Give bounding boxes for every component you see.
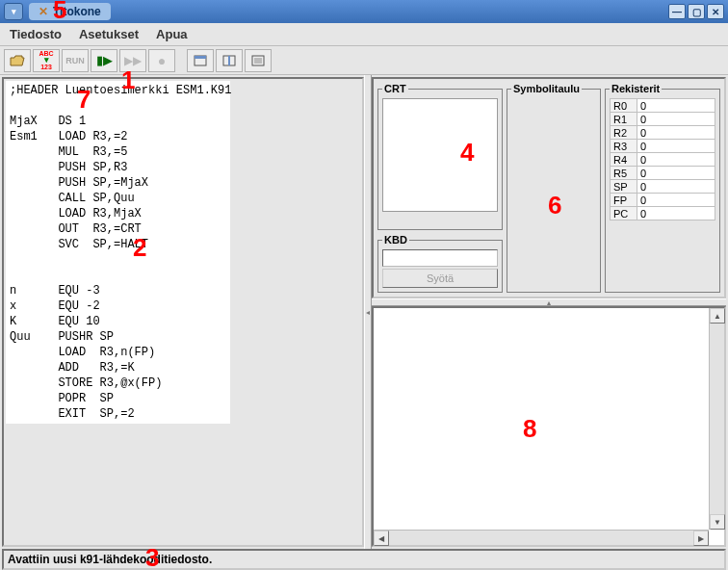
register-row: R40 bbox=[611, 153, 715, 167]
register-name: R5 bbox=[611, 167, 637, 180]
window-icon bbox=[194, 55, 207, 66]
left-pane: ;HEADER Luentoesimerkki ESM1.K91 MjaX DS… bbox=[2, 77, 364, 547]
code-area[interactable]: ;HEADER Luentoesimerkki ESM1.K91 MjaX DS… bbox=[6, 81, 230, 424]
stop-button[interactable]: ● bbox=[148, 49, 175, 72]
app-icon: ✕ bbox=[39, 5, 48, 18]
window-title-chip: ✕ Titokone bbox=[29, 3, 111, 20]
menu-settings[interactable]: Asetukset bbox=[75, 25, 143, 43]
vertical-splitter[interactable]: ◂ bbox=[364, 75, 372, 549]
register-name: R0 bbox=[611, 99, 637, 113]
kbd-submit-button[interactable]: Syötä bbox=[382, 269, 498, 288]
register-name: PC bbox=[611, 207, 637, 220]
register-row: R30 bbox=[611, 140, 715, 153]
compile-bot-label: 123 bbox=[40, 64, 52, 70]
vertical-scrollbar[interactable]: ▲ ▼ bbox=[709, 308, 724, 530]
register-name: R1 bbox=[611, 113, 637, 126]
crt-display: 4 bbox=[382, 98, 498, 212]
scroll-right-button[interactable]: ▶ bbox=[693, 531, 709, 546]
register-name: R4 bbox=[611, 153, 637, 167]
register-row: FP0 bbox=[611, 194, 715, 207]
compile-button[interactable]: ABC ▾ 123 bbox=[33, 49, 60, 72]
run-button[interactable]: RUN bbox=[62, 49, 89, 72]
symbol-table-panel: Symbolitaulu 6 bbox=[507, 83, 601, 293]
registers-legend: Rekisterit bbox=[610, 83, 662, 94]
close-button[interactable]: ✕ bbox=[707, 4, 724, 19]
right-pane: CRT 4 KBD Syötä 5 Symbolitaulu 6 Rekiste… bbox=[372, 77, 726, 547]
register-name: R3 bbox=[611, 140, 637, 153]
annotation-6: 6 bbox=[548, 191, 561, 220]
register-value: 0 bbox=[637, 167, 715, 180]
toolbar: ABC ▾ 123 RUN ▮▶ ▶▶ ● bbox=[0, 46, 728, 75]
content-area: ;HEADER Luentoesimerkki ESM1.K91 MjaX DS… bbox=[0, 75, 728, 549]
register-row: R00 bbox=[611, 99, 715, 113]
title-bar: ✕ Titokone — ▢ ✕ bbox=[0, 0, 728, 23]
register-name: SP bbox=[611, 180, 637, 194]
scroll-left-button[interactable]: ◀ bbox=[374, 531, 389, 546]
maximize-button[interactable]: ▢ bbox=[688, 4, 705, 19]
crt-panel: CRT 4 bbox=[377, 83, 503, 230]
window-title: Titokone bbox=[53, 5, 101, 18]
status-text: Avattiin uusi k91-lähdekooditiedosto. bbox=[8, 553, 212, 566]
register-value: 0 bbox=[637, 126, 715, 140]
register-value: 0 bbox=[637, 140, 715, 153]
horizontal-splitter[interactable]: ▴ bbox=[372, 298, 726, 306]
scroll-down-button[interactable]: ▼ bbox=[710, 514, 725, 530]
register-row: PC0 bbox=[611, 207, 715, 220]
status-bar: Avattiin uusi k91-lähdekooditiedosto. 3 bbox=[2, 549, 726, 570]
split-view-icon bbox=[222, 55, 236, 66]
output-panel: 8 ▲ ▼ ◀ ▶ bbox=[372, 306, 726, 547]
horizontal-scrollbar[interactable]: ◀ ▶ bbox=[374, 530, 709, 545]
crt-legend: CRT bbox=[382, 83, 408, 94]
view-split-button[interactable] bbox=[216, 49, 243, 72]
kbd-input[interactable] bbox=[382, 249, 498, 267]
continue-button[interactable]: ▮▶ bbox=[91, 49, 117, 72]
view-window-button[interactable] bbox=[187, 49, 214, 72]
right-top-panel: CRT 4 KBD Syötä 5 Symbolitaulu 6 Rekiste… bbox=[372, 77, 726, 298]
register-value: 0 bbox=[637, 207, 715, 220]
app-menu-button[interactable] bbox=[4, 3, 23, 20]
register-row: R10 bbox=[611, 113, 715, 126]
view-list-button[interactable] bbox=[245, 49, 272, 72]
menu-bar: Tiedosto Asetukset Apua bbox=[0, 23, 728, 46]
register-row: R50 bbox=[611, 167, 715, 180]
list-view-icon bbox=[251, 55, 265, 66]
register-value: 0 bbox=[637, 99, 715, 113]
registers-table: R00R10R20R30R40R50SP0FP0PC0 bbox=[610, 98, 715, 220]
open-button[interactable] bbox=[4, 49, 31, 72]
step-button[interactable]: ▶▶ bbox=[119, 49, 146, 72]
kbd-legend: KBD bbox=[382, 234, 409, 246]
register-name: R2 bbox=[611, 126, 637, 140]
minimize-button[interactable]: — bbox=[668, 4, 686, 19]
register-row: R20 bbox=[611, 126, 715, 140]
register-row: SP0 bbox=[611, 180, 715, 194]
annotation-4: 4 bbox=[460, 138, 474, 168]
register-name: FP bbox=[611, 194, 637, 207]
annotation-8: 8 bbox=[523, 414, 536, 444]
register-value: 0 bbox=[637, 180, 715, 194]
kbd-panel: KBD Syötä 5 bbox=[377, 234, 503, 293]
menu-help[interactable]: Apua bbox=[152, 25, 192, 43]
symbol-legend: Symbolitaulu bbox=[511, 83, 582, 94]
menu-file[interactable]: Tiedosto bbox=[6, 25, 65, 43]
arrow-down-icon: ▾ bbox=[44, 57, 49, 64]
register-value: 0 bbox=[637, 113, 715, 126]
register-value: 0 bbox=[637, 194, 715, 207]
register-value: 0 bbox=[637, 153, 715, 167]
svg-rect-1 bbox=[195, 56, 206, 59]
scroll-up-button[interactable]: ▲ bbox=[710, 308, 725, 324]
registers-panel: Rekisterit R00R10R20R30R40R50SP0FP0PC0 7 bbox=[605, 83, 720, 293]
folder-open-icon bbox=[10, 55, 25, 66]
